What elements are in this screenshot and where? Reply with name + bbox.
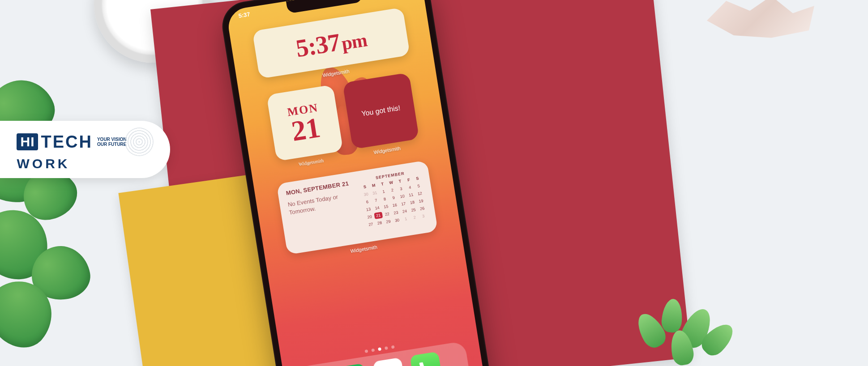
widget-label: Widgetsmith — [350, 244, 378, 254]
page-dot[interactable] — [391, 345, 395, 349]
page-dot[interactable] — [378, 347, 381, 351]
cal-day-dim: 1 — [402, 215, 410, 223]
page-indicator[interactable] — [364, 345, 394, 353]
cal-day: 19 — [417, 197, 426, 205]
cal-day: 4 — [406, 183, 415, 191]
cal-day: 25 — [409, 206, 418, 214]
page-dot[interactable] — [364, 349, 368, 353]
cal-day: 11 — [406, 191, 415, 199]
page-dot[interactable] — [385, 346, 388, 350]
cal-day: 6 — [363, 198, 372, 206]
cal-day: 10 — [398, 192, 407, 200]
logo-tagline-2: OUR FUTURE — [97, 142, 127, 147]
cal-day: 18 — [408, 199, 417, 206]
dock-app-phone[interactable] — [410, 351, 442, 366]
cal-day: 15 — [381, 203, 390, 210]
cal-day: 30 — [393, 217, 402, 224]
cal-day: 27 — [366, 221, 375, 228]
cal-day: 14 — [373, 204, 382, 212]
cal-day: 13 — [364, 206, 373, 213]
status-time: 5:37 — [238, 11, 251, 19]
cal-day-dim: 2 — [410, 214, 419, 221]
cal-day: 16 — [390, 201, 399, 209]
time-value: 5:37 — [294, 28, 342, 63]
plant-right — [631, 294, 747, 366]
crystal-prop — [707, 0, 814, 40]
cal-day: 29 — [384, 218, 393, 226]
cal-dow: F — [404, 176, 413, 184]
cal-dow: W — [387, 179, 396, 187]
cal-day: 5 — [414, 182, 423, 190]
cal-dow: T — [378, 180, 387, 188]
cal-day: 2 — [388, 187, 397, 194]
cal-day: 21 — [374, 212, 383, 219]
cal-day: 7 — [372, 197, 381, 204]
dock-app-gmail[interactable] — [372, 357, 405, 366]
cal-day: 8 — [381, 196, 389, 203]
cal-day: 12 — [415, 190, 424, 197]
cal-day-dim: 30 — [362, 191, 371, 198]
cal-day: 28 — [375, 219, 384, 227]
cal-dow: S — [360, 183, 369, 191]
brand-overlay: HI TECH YOUR VISION OUR FUTURE WORK — [0, 121, 170, 178]
logo-tagline-1: YOUR VISION — [97, 137, 127, 142]
quote-text: You got this! — [361, 104, 401, 118]
cal-day: 1 — [379, 188, 388, 196]
cal-day: 17 — [399, 200, 408, 208]
cal-day: 24 — [400, 208, 409, 215]
page-dot[interactable] — [371, 349, 375, 352]
dock-app-spotify[interactable] — [335, 363, 368, 366]
logo-tech: TECH — [41, 132, 92, 152]
date-widget[interactable]: MON 21 Widgetsmith — [266, 85, 343, 162]
cal-day: 23 — [392, 209, 401, 217]
cal-day: 3 — [397, 185, 406, 193]
cal-dow: S — [413, 175, 422, 183]
logo-hi: HI — [17, 133, 38, 150]
cal-day-dim: 31 — [370, 189, 379, 197]
logo-work: WORK — [17, 156, 70, 171]
day-number: 21 — [290, 115, 322, 145]
time-suffix: pm — [340, 30, 368, 54]
cal-day: 9 — [389, 194, 398, 201]
notch — [286, 0, 363, 14]
cal-day: 20 — [365, 213, 374, 221]
quote-widget[interactable]: You got this! Widgetsmith — [342, 72, 419, 149]
cal-day: 26 — [418, 205, 427, 213]
calendar-grid: SMTWTFS303112345678910111213141516171819… — [360, 175, 428, 228]
dock — [296, 341, 471, 366]
cal-dow: T — [396, 178, 405, 185]
plant-left — [0, 67, 130, 366]
globe-icon — [125, 128, 154, 156]
phone-icon — [417, 359, 435, 366]
cal-dow: M — [369, 182, 378, 189]
cal-day: 22 — [383, 210, 392, 218]
cal-day-dim: 3 — [419, 213, 428, 220]
